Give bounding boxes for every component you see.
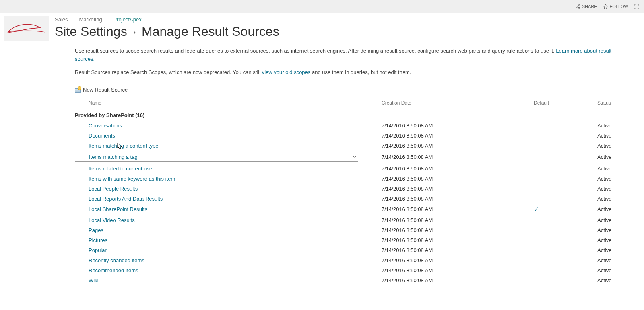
result-source-link[interactable]: Popular <box>89 247 107 253</box>
default-mark <box>534 265 597 275</box>
status: Active <box>597 255 622 265</box>
creation-date: 7/14/2016 8:50:08 AM <box>382 194 534 204</box>
creation-date: 7/14/2016 8:50:08 AM <box>382 265 534 275</box>
default-mark: ✓ <box>534 204 597 215</box>
follow-label: FOLLOW <box>610 4 628 9</box>
result-source-link[interactable]: Recommended Items <box>89 267 138 273</box>
status: Active <box>597 235 622 245</box>
status: Active <box>597 131 622 141</box>
result-source-link[interactable]: Local People Results <box>89 186 138 192</box>
share-icon <box>575 4 580 9</box>
result-source-link[interactable]: Pictures <box>89 237 107 243</box>
creation-date: 7/14/2016 8:50:08 AM <box>382 235 534 245</box>
breadcrumb-sep: › <box>131 27 138 36</box>
table-row: Local Reports And Data Results7/14/2016 … <box>75 194 622 204</box>
intro-p1-text: Use result sources to scope search resul… <box>75 48 556 54</box>
default-mark <box>534 174 597 184</box>
table-row: Items related to current user7/14/2016 8… <box>75 164 622 174</box>
default-mark <box>534 225 597 235</box>
focus-icon <box>634 4 639 9</box>
nav-item-projectapex[interactable]: ProjectApex <box>114 16 142 23</box>
default-mark <box>534 121 597 131</box>
top-nav: SalesMarketingProjectApex <box>55 16 644 23</box>
table-row: Local People Results7/14/2016 8:50:08 AM… <box>75 184 622 194</box>
status: Active <box>597 164 622 174</box>
table-row: Popular7/14/2016 8:50:08 AMActive <box>75 245 622 255</box>
status: Active <box>597 151 622 164</box>
table-row: Conversations7/14/2016 8:50:08 AMActive <box>75 121 622 131</box>
status: Active <box>597 184 622 194</box>
svg-point-1 <box>578 4 580 6</box>
creation-date: 7/14/2016 8:50:08 AM <box>382 184 534 194</box>
share-button[interactable]: SHARE <box>575 4 597 9</box>
result-source-link[interactable]: Conversations <box>89 123 122 129</box>
status: Active <box>597 194 622 204</box>
table-row: Recommended Items7/14/2016 8:50:08 AMAct… <box>75 265 622 275</box>
result-source-link[interactable]: Items related to current user <box>89 166 154 172</box>
col-name: Name <box>75 98 382 108</box>
follow-button[interactable]: FOLLOW <box>603 4 628 9</box>
site-logo[interactable] <box>4 16 49 41</box>
default-mark <box>534 215 597 225</box>
dropdown-arrow[interactable] <box>351 153 358 161</box>
status: Active <box>597 245 622 255</box>
intro-p2: Result Sources replace Search Scopes, wh… <box>75 68 622 76</box>
result-source-link[interactable]: Items with same keyword as this item <box>89 176 175 182</box>
table-row: Local Video Results7/14/2016 8:50:08 AMA… <box>75 215 622 225</box>
result-source-link[interactable]: Local Video Results <box>89 217 135 223</box>
new-result-source-label: New Result Source <box>83 87 128 93</box>
group-title: Provided by SharePoint (16) <box>75 108 622 121</box>
col-default: Default <box>534 98 597 108</box>
star-icon <box>603 4 608 9</box>
status: Active <box>597 121 622 131</box>
default-mark <box>534 245 597 255</box>
table-row: Documents7/14/2016 8:50:08 AMActive <box>75 131 622 141</box>
result-source-link[interactable]: Local SharePoint Results <box>89 206 147 212</box>
creation-date: 7/14/2016 8:50:08 AM <box>382 275 534 285</box>
creation-date: 7/14/2016 8:50:08 AM <box>382 225 534 235</box>
selected-row-dropdown[interactable]: Items matching a tag <box>75 153 358 162</box>
col-date: Creation Date <box>382 98 534 108</box>
default-mark <box>534 141 597 151</box>
table-row: Items matching a content type7/14/2016 8… <box>75 141 622 151</box>
focus-button[interactable] <box>634 4 639 9</box>
creation-date: 7/14/2016 8:50:08 AM <box>382 151 534 164</box>
svg-point-2 <box>578 7 580 8</box>
result-source-link[interactable]: Items matching a tag <box>89 154 138 160</box>
result-source-link[interactable]: Documents <box>89 133 115 139</box>
result-source-link[interactable]: Local Reports And Data Results <box>89 196 163 202</box>
result-sources-table: Name Creation Date Default Status Provid… <box>75 98 622 285</box>
new-result-source-button[interactable]: New Result Source <box>75 87 622 93</box>
car-logo-icon <box>6 20 47 36</box>
creation-date: 7/14/2016 8:50:08 AM <box>382 121 534 131</box>
result-source-link[interactable]: Recently changed items <box>89 257 144 263</box>
creation-date: 7/14/2016 8:50:08 AM <box>382 131 534 141</box>
status: Active <box>597 174 622 184</box>
status: Active <box>597 215 622 225</box>
default-mark <box>534 194 597 204</box>
status: Active <box>597 225 622 235</box>
ribbon-bar: SHARE FOLLOW <box>0 0 644 13</box>
result-source-link[interactable]: Wiki <box>89 277 99 283</box>
breadcrumb-page: Manage Result Sources <box>142 24 279 39</box>
nav-item-sales[interactable]: Sales <box>55 16 68 23</box>
creation-date: 7/14/2016 8:50:08 AM <box>382 141 534 151</box>
status: Active <box>597 275 622 285</box>
intro-p2-text-b: and use them in queries, but not edit th… <box>310 69 411 75</box>
creation-date: 7/14/2016 8:50:08 AM <box>382 164 534 174</box>
table-row: Recently changed items7/14/2016 8:50:08 … <box>75 255 622 265</box>
breadcrumb-root[interactable]: Site Settings <box>55 24 127 39</box>
nav-item-marketing[interactable]: Marketing <box>79 16 102 23</box>
default-mark <box>534 255 597 265</box>
table-row: Local SharePoint Results7/14/2016 8:50:0… <box>75 204 622 215</box>
default-mark <box>534 164 597 174</box>
table-row: Items matching a tag7/14/2016 8:50:08 AM… <box>75 151 622 164</box>
view-old-scopes-link[interactable]: view your old scopes <box>262 69 311 75</box>
col-status: Status <box>597 98 622 108</box>
default-mark <box>534 235 597 245</box>
result-source-link[interactable]: Items matching a content type <box>89 143 158 149</box>
result-source-link[interactable]: Pages <box>89 227 103 233</box>
creation-date: 7/14/2016 8:50:08 AM <box>382 174 534 184</box>
status: Active <box>597 141 622 151</box>
creation-date: 7/14/2016 8:50:08 AM <box>382 255 534 265</box>
